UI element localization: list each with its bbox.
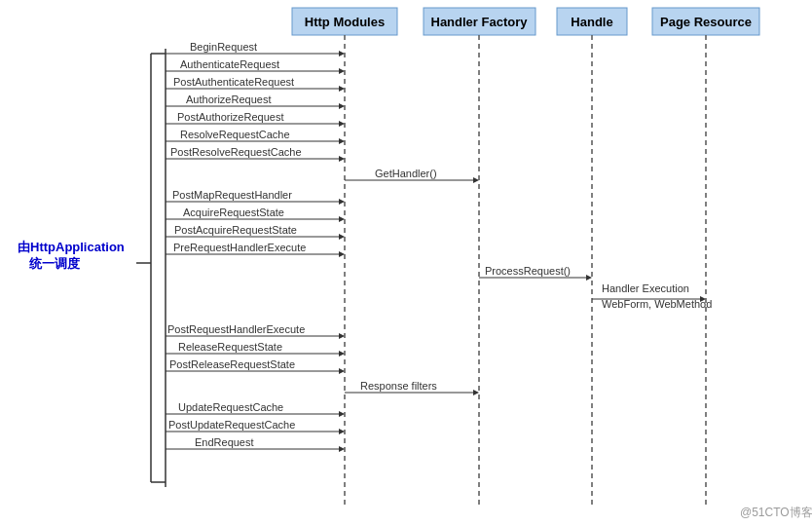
svg-text:PostAuthenticateRequest: PostAuthenticateRequest [173, 76, 294, 88]
svg-text:ProcessRequest(): ProcessRequest() [485, 265, 571, 277]
svg-text:Response filters: Response filters [360, 380, 437, 392]
svg-marker-22 [339, 68, 345, 74]
svg-marker-55 [586, 275, 592, 281]
svg-marker-19 [339, 51, 345, 56]
svg-marker-68 [339, 368, 345, 374]
svg-text:EndRequest: EndRequest [195, 436, 254, 448]
svg-text:统一调度: 统一调度 [28, 256, 81, 271]
svg-text:WebForm, WebMethod: WebForm, WebMethod [602, 298, 712, 310]
diagram: Http Modules Handler Factory Handle Page… [0, 0, 812, 526]
svg-text:AuthorizeRequest: AuthorizeRequest [186, 94, 271, 105]
svg-text:PostReleaseRequestState: PostReleaseRequestState [169, 358, 295, 370]
svg-marker-28 [339, 103, 345, 109]
svg-text:AcquireRequestState: AcquireRequestState [183, 207, 284, 218]
svg-marker-43 [339, 199, 345, 205]
svg-text:PostMapRequestHandler: PostMapRequestHandler [172, 189, 292, 201]
svg-text:ResolveRequestCache: ResolveRequestCache [180, 129, 290, 140]
svg-text:PostRequestHandlerExecute: PostRequestHandlerExecute [167, 323, 305, 335]
svg-text:PostAuthorizeRequest: PostAuthorizeRequest [177, 111, 283, 123]
svg-text:AuthenticateRequest: AuthenticateRequest [180, 58, 279, 70]
svg-marker-65 [339, 351, 345, 357]
svg-marker-74 [339, 411, 345, 417]
svg-text:由HttpApplication: 由HttpApplication [18, 240, 125, 254]
svg-text:ReleaseRequestState: ReleaseRequestState [178, 341, 282, 353]
svg-text:BeginRequest: BeginRequest [190, 41, 257, 53]
svg-marker-77 [339, 429, 345, 434]
svg-marker-46 [339, 216, 345, 222]
svg-marker-40 [473, 177, 479, 183]
svg-text:GetHandler(): GetHandler() [375, 168, 437, 179]
svg-text:Handle: Handle [571, 15, 612, 29]
svg-text:Http Modules: Http Modules [305, 15, 385, 29]
svg-text:PostResolveRequestCache: PostResolveRequestCache [170, 146, 302, 158]
svg-text:@51CTO博客: @51CTO博客 [740, 506, 812, 519]
svg-text:Handler Factory: Handler Factory [431, 15, 529, 29]
svg-text:UpdateRequestCache: UpdateRequestCache [178, 401, 283, 413]
svg-marker-80 [339, 446, 345, 452]
svg-text:Page Resource: Page Resource [660, 15, 752, 29]
svg-marker-25 [339, 86, 345, 92]
svg-marker-34 [339, 138, 345, 144]
svg-text:Handler Execution: Handler Execution [602, 282, 689, 294]
svg-text:PreRequestHandlerExecute: PreRequestHandlerExecute [173, 242, 306, 253]
svg-marker-49 [339, 234, 345, 240]
svg-text:PostUpdateRequestCache: PostUpdateRequestCache [168, 419, 295, 431]
svg-text:PostAcquireRequestState: PostAcquireRequestState [174, 224, 297, 236]
svg-marker-62 [339, 333, 345, 339]
svg-marker-31 [339, 121, 345, 127]
svg-marker-52 [339, 251, 345, 257]
svg-marker-71 [473, 390, 479, 395]
svg-marker-37 [339, 156, 345, 162]
